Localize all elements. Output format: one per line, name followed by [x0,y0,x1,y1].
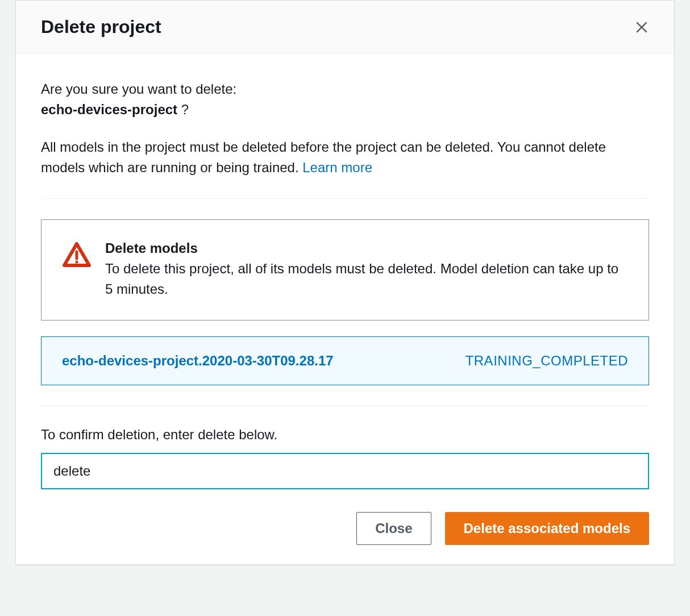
project-name: echo-devices-project [41,102,177,117]
project-name-line: echo-devices-project ? [41,99,649,120]
modal-title: Delete project [41,16,161,38]
confirm-label: To confirm deletion, enter delete below. [41,427,649,443]
alert-title: Delete models [105,240,628,256]
delete-project-modal: Delete project Are you sure you want to … [15,0,675,565]
alert-description: To delete this project, all of its model… [105,259,628,299]
model-row[interactable]: echo-devices-project.2020-03-30T09.28.17… [41,336,649,385]
modal-footer: Close Delete associated models [16,489,674,564]
alert-box: Delete models To delete this project, al… [41,219,649,321]
divider [41,198,649,199]
model-status: TRAINING_COMPLETED [465,353,628,369]
confirm-input[interactable] [41,453,649,489]
delete-associated-models-button[interactable]: Delete associated models [445,512,649,545]
warning-icon [62,242,92,270]
confirm-question: Are you sure you want to delete: [41,79,649,99]
modal-body: Are you sure you want to delete: echo-de… [16,54,674,489]
model-name: echo-devices-project.2020-03-30T09.28.17 [62,353,334,369]
close-icon[interactable] [634,20,649,35]
modal-header: Delete project [16,1,674,54]
close-button[interactable]: Close [356,512,431,545]
confirm-question-block: Are you sure you want to delete: echo-de… [41,79,649,120]
learn-more-link[interactable]: Learn more [302,160,372,175]
alert-content: Delete models To delete this project, al… [105,240,628,299]
svg-point-3 [76,261,78,264]
divider [41,406,649,406]
description-block: All models in the project must be delete… [41,137,649,178]
question-mark: ? [181,102,189,117]
